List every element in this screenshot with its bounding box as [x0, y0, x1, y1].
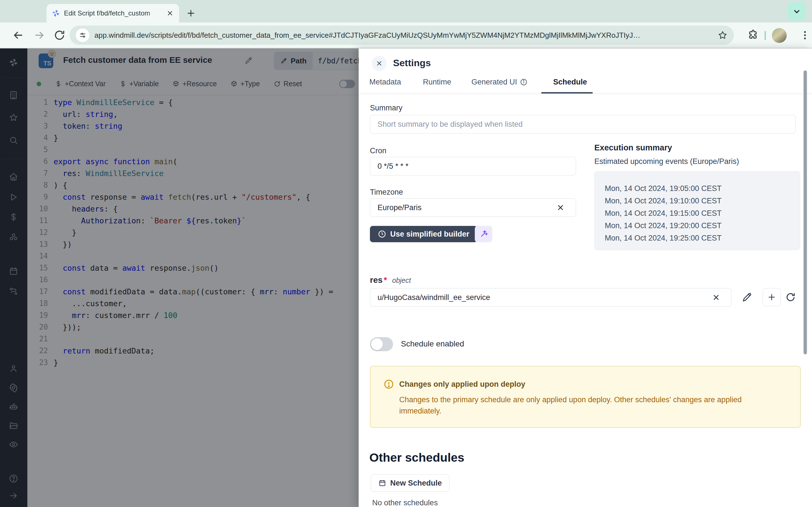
summary-input[interactable]	[370, 115, 796, 133]
magic-wand-icon	[479, 230, 488, 238]
res-clear-icon[interactable]	[712, 293, 721, 302]
new-schedule-label: New Schedule	[390, 479, 442, 488]
no-other-schedules-text: No other schedules	[372, 499, 438, 507]
new-schedule-button[interactable]: New Schedule	[371, 474, 449, 492]
browser-tab-bar: Edit Script f/bd/fetch_custom	[0, 0, 812, 22]
bookmark-star-icon[interactable]	[718, 30, 728, 40]
window-chevron-button[interactable]	[788, 2, 806, 20]
browser-tab[interactable]: Edit Script f/bd/fetch_custom	[47, 4, 179, 22]
res-edit-pencil-icon[interactable]	[742, 291, 753, 303]
profile-avatar[interactable]	[772, 28, 786, 43]
schedule-event: Mon, 14 Oct 2024, 19:20:00 CEST	[605, 219, 800, 232]
calendar-icon	[378, 479, 386, 487]
browser-toolbar: app.windmill.dev/scripts/edit/f/bd/fetch…	[0, 22, 812, 48]
schedule-event: Mon, 14 Oct 2024, 19:15:00 CEST	[605, 207, 800, 219]
required-asterisk: *	[384, 275, 387, 285]
summary-label: Summary	[370, 104, 403, 112]
ai-wand-button[interactable]	[475, 226, 492, 242]
upcoming-events-box: Mon, 14 Oct 2024, 19:05:00 CESTMon, 14 O…	[594, 171, 800, 250]
new-tab-button[interactable]	[185, 7, 197, 19]
schedule-event: Mon, 14 Oct 2024, 19:05:00 CEST	[605, 182, 800, 194]
schedule-enabled-label: Schedule enabled	[401, 339, 464, 348]
cron-label: Cron	[370, 147, 387, 155]
extensions-icon[interactable]	[747, 29, 759, 41]
timezone-clear-icon[interactable]	[556, 203, 565, 212]
schedule-event: Mon, 14 Oct 2024, 19:25:00 CEST	[605, 232, 800, 244]
panel-title: Settings	[393, 57, 431, 68]
app-content: TS Fetch customer data from EE service P…	[0, 48, 812, 507]
other-schedules-heading: Other schedules	[369, 451, 464, 464]
panel-scrollbar[interactable]	[804, 70, 807, 354]
info-icon	[520, 78, 527, 86]
tab-generated-ui-label: Generated UI	[471, 78, 517, 87]
tab-title: Edit Script f/bd/fetch_custom	[64, 9, 162, 17]
url-text: app.windmill.dev/scripts/edit/f/bd/fetch…	[94, 31, 712, 40]
timezone-label: Timezone	[370, 188, 403, 196]
toolbar-separator	[765, 31, 766, 40]
reload-icon[interactable]	[53, 29, 66, 42]
tabs-divider	[359, 94, 812, 94]
res-field-label: res * object	[370, 275, 411, 285]
warning-title: Changes only applied upon deploy	[399, 380, 525, 389]
tab-generated-ui[interactable]: Generated UI	[471, 78, 527, 87]
res-name: res	[370, 275, 383, 285]
timezone-input[interactable]	[370, 198, 576, 217]
builder-button-label: Use simplified builder	[390, 230, 469, 238]
tab-schedule[interactable]: Schedule	[553, 78, 587, 87]
res-input[interactable]	[370, 288, 731, 307]
forward-icon	[33, 29, 46, 42]
tab-metadata[interactable]: Metadata	[369, 78, 401, 87]
site-settings-icon[interactable]	[76, 29, 89, 42]
warning-body: Changes to the primary schedule are only…	[399, 394, 785, 416]
url-bar[interactable]: app.windmill.dev/scripts/edit/f/bd/fetch…	[70, 25, 734, 45]
execution-summary-heading: Execution summary	[594, 143, 672, 152]
back-icon[interactable]	[12, 29, 25, 42]
schedule-enabled-toggle[interactable]	[370, 337, 393, 351]
settings-drawer: Settings Metadata Runtime Generated UI S…	[359, 48, 812, 507]
deploy-warning-box: Changes only applied upon deploy Changes…	[370, 366, 801, 428]
execution-summary-subheading: Estimated upcoming events (Europe/Paris)	[594, 157, 739, 166]
res-add-button[interactable]	[763, 288, 781, 306]
cron-input[interactable]	[370, 157, 576, 175]
schedule-event: Mon, 14 Oct 2024, 19:10:00 CEST	[605, 194, 800, 207]
use-simplified-builder-button[interactable]: Use simplified builder	[370, 226, 477, 242]
close-icon[interactable]	[371, 56, 387, 71]
tab-close-icon[interactable]	[166, 9, 174, 17]
alert-circle-icon	[384, 379, 394, 390]
clock-icon	[378, 230, 386, 238]
windmill-favicon	[52, 9, 60, 17]
browser-menu-icon[interactable]	[799, 29, 811, 41]
res-refresh-icon[interactable]	[785, 291, 796, 303]
drawer-overlay[interactable]	[0, 48, 359, 507]
res-type: object	[392, 276, 411, 284]
tab-runtime[interactable]: Runtime	[423, 78, 451, 87]
